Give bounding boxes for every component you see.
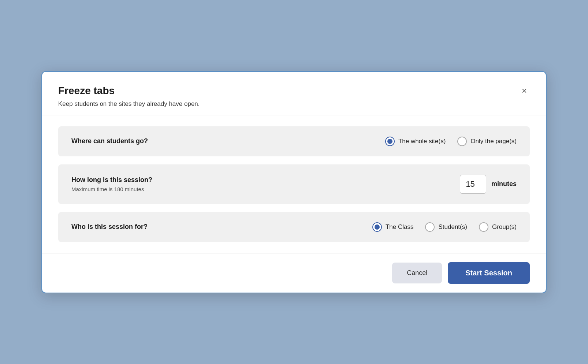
duration-label: How long is this session? — [71, 176, 152, 184]
duration-section: How long is this session? Maximum time i… — [58, 164, 530, 204]
start-session-button[interactable]: Start Session — [448, 262, 530, 284]
where-label: Where can students go? — [71, 137, 148, 145]
modal-title: Freeze tabs — [58, 85, 200, 97]
modal-backdrop: Freeze tabs Keep students on the sites t… — [0, 0, 588, 364]
modal-body: Where can students go? The whole site(s)… — [42, 115, 546, 253]
only-page-label: Only the page(s) — [470, 138, 517, 145]
modal-footer: Cancel Start Session — [42, 253, 546, 293]
only-page-radio[interactable] — [457, 137, 467, 146]
whole-site-label: The whole site(s) — [398, 138, 446, 145]
modal-header-content: Freeze tabs Keep students on the sites t… — [58, 85, 200, 108]
duration-unit: minutes — [491, 180, 517, 188]
students-radio[interactable] — [425, 222, 435, 232]
who-section: Who is this session for? The Class Stude… — [58, 212, 530, 242]
whole-site-option[interactable]: The whole site(s) — [385, 137, 446, 146]
modal-subtitle: Keep students on the sites they already … — [58, 100, 200, 108]
students-option[interactable]: Student(s) — [425, 222, 467, 232]
close-button[interactable]: × — [519, 85, 530, 97]
the-class-label: The Class — [386, 223, 414, 231]
duration-sublabel: Maximum time is 180 minutes — [71, 186, 152, 192]
cancel-button[interactable]: Cancel — [392, 263, 442, 283]
only-page-option[interactable]: Only the page(s) — [457, 137, 517, 146]
groups-option[interactable]: Group(s) — [479, 222, 517, 232]
where-section: Where can students go? The whole site(s)… — [58, 126, 530, 156]
duration-text-group: How long is this session? Maximum time i… — [71, 176, 152, 192]
duration-control: minutes — [460, 175, 517, 194]
where-radio-group: The whole site(s) Only the page(s) — [385, 137, 517, 146]
groups-label: Group(s) — [492, 223, 517, 231]
duration-input[interactable] — [460, 175, 486, 194]
who-radio-group: The Class Student(s) Group(s) — [372, 222, 517, 232]
groups-radio[interactable] — [479, 222, 488, 232]
who-label: Who is this session for? — [71, 223, 148, 231]
the-class-option[interactable]: The Class — [372, 222, 414, 232]
freeze-tabs-modal: Freeze tabs Keep students on the sites t… — [41, 71, 547, 293]
students-label: Student(s) — [438, 223, 467, 231]
the-class-radio[interactable] — [372, 222, 382, 232]
whole-site-radio[interactable] — [385, 137, 395, 146]
modal-header: Freeze tabs Keep students on the sites t… — [42, 72, 546, 115]
